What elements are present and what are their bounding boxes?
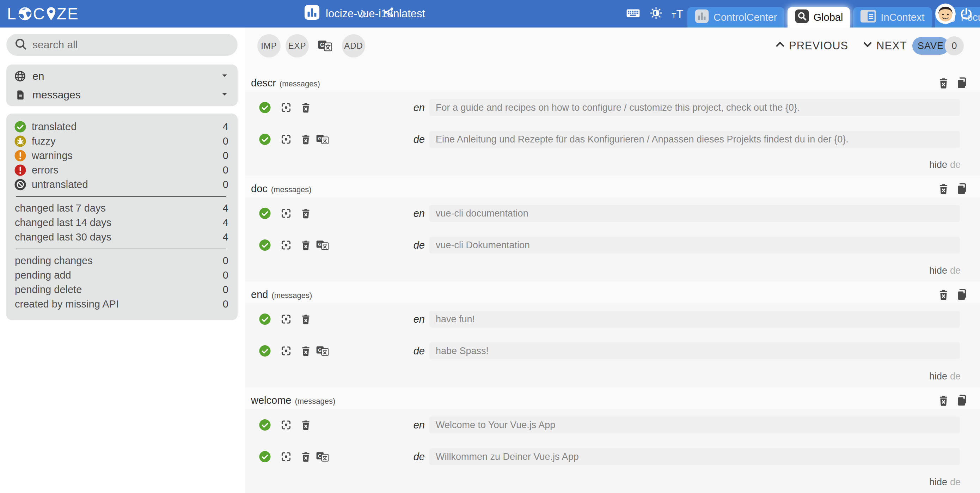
save-button[interactable]: SAVE [912,37,949,55]
focus-key-icon[interactable] [280,208,292,219]
status-translated-icon[interactable] [259,451,271,463]
delete-translation-icon[interactable] [300,452,311,462]
copy-key-icon[interactable] [956,395,968,406]
previous-button[interactable]: PREVIOUS [774,37,848,55]
focus-key-icon[interactable] [280,134,292,145]
tab-controlcenter[interactable]: ControlCenter [687,7,784,27]
chevron-down-icon [220,89,229,100]
stat-value: 4 [223,231,228,243]
user-avatar[interactable] [935,3,956,24]
language-selector[interactable]: en [6,67,238,85]
locize-logo[interactable]: L C ZE [7,0,79,27]
search-input[interactable]: search all [6,34,238,56]
copy-key-icon[interactable] [956,289,968,300]
stat-row-untranslated[interactable]: untranslated0 [14,177,228,192]
warning-circle-icon [14,150,32,162]
focus-key-icon[interactable] [280,239,292,251]
stat-row-translated[interactable]: translated4 [14,120,228,134]
stat-row-pending-add[interactable]: pending add0 [14,268,228,282]
stat-row-pending-changes[interactable]: pending changes0 [14,254,228,268]
focus-key-icon[interactable] [280,102,292,113]
focus-key-icon[interactable] [280,451,292,463]
export-button[interactable]: EXP [286,34,309,57]
version-selector[interactable]: latest [383,0,425,27]
delete-key-icon[interactable] [938,77,949,89]
tab-global[interactable]: Global [788,7,850,27]
file-icon [14,89,32,100]
logo-text-l: L [7,4,17,23]
delete-translation-icon[interactable] [300,240,311,251]
stat-row-errors[interactable]: errors0 [14,163,228,177]
machine-translate-icon[interactable]: G [316,345,329,357]
copy-key-icon[interactable] [956,183,968,195]
hide-language-link[interactable]: hidede [929,160,961,170]
hide-language-link[interactable]: hidede [929,371,961,382]
translation-input[interactable]: have fun! [430,311,960,328]
import-button[interactable]: IMP [257,34,281,57]
text-size-icon[interactable]: TT [671,8,684,20]
chevron-right-icon [358,8,369,21]
brightness-icon[interactable] [650,7,662,21]
add-key-button[interactable]: ADD [342,34,365,57]
delete-translation-icon[interactable] [300,134,311,145]
status-translated-icon[interactable] [259,207,271,220]
machine-translate-icon[interactable]: G [318,39,332,54]
status-translated-icon[interactable] [259,239,271,251]
translation-row-de: Gdehabe Spass! [245,342,980,359]
status-translated-icon[interactable] [259,133,271,146]
status-translated-icon[interactable] [259,419,271,431]
chevron-down-icon [862,38,873,53]
machine-translate-icon[interactable]: G [316,451,329,463]
delete-translation-icon[interactable] [300,102,311,113]
stat-label: untranslated [32,179,223,190]
focus-key-icon[interactable] [280,419,292,431]
hide-language-link[interactable]: hidede [929,477,961,488]
status-translated-icon[interactable] [259,313,271,325]
status-translated-icon[interactable] [259,345,271,357]
bar-chart-icon [694,9,709,26]
status-translated-icon[interactable] [259,102,271,114]
focus-key-icon[interactable] [280,345,292,357]
copy-key-icon[interactable] [956,77,968,89]
machine-translate-icon[interactable]: G [316,134,329,145]
machine-translate-icon[interactable]: G [316,239,329,251]
stat-row-created-by-missing-API[interactable]: created by missing API0 [14,297,228,311]
delete-key-icon[interactable] [938,183,949,195]
stat-row-changed-last-14-days[interactable]: changed last 14 days4 [14,215,228,230]
stat-row-pending-delete[interactable]: pending delete0 [14,282,228,297]
group-key: end [251,289,268,300]
delete-key-icon[interactable] [938,289,949,300]
save-count-badge[interactable]: 0 [945,36,964,55]
logout-power-icon[interactable] [959,7,973,22]
translation-input[interactable]: habe Spass! [430,342,960,359]
stat-row-fuzzy[interactable]: fuzzy0 [14,134,228,148]
translation-input[interactable]: vue-cli documentation [430,205,960,222]
delete-translation-icon[interactable] [300,208,311,219]
next-label: NEXT [877,40,907,52]
hide-language-link[interactable]: hidede [929,265,961,276]
stat-row-changed-last-30-days[interactable]: changed last 30 days4 [14,230,228,244]
translation-input[interactable]: Welcome to Your Vue.js App [430,416,960,433]
translation-input[interactable]: For a guide and recipes on how to config… [430,99,960,116]
stat-row-warnings[interactable]: warnings0 [14,148,228,163]
sidebar: search all en messages translated4fuzzy0… [0,27,245,493]
translation-input[interactable]: Eine Anleitung und Rezepte für das Konfi… [430,131,960,148]
delete-translation-icon[interactable] [300,420,311,431]
namespace-selector[interactable]: messages [6,85,238,104]
stat-value: 0 [223,270,228,281]
stat-value: 0 [223,179,228,190]
delete-translation-icon[interactable] [300,346,311,357]
delete-translation-icon[interactable] [300,314,311,325]
next-button[interactable]: NEXT [862,37,907,55]
delete-key-icon[interactable] [938,395,949,406]
focus-key-icon[interactable] [280,314,292,325]
bar-chart-icon [304,4,320,23]
keyboard-icon[interactable] [626,6,641,22]
group-header: descr(messages) [245,74,980,92]
tab-incontext[interactable]: InContext [853,7,931,27]
translation-input[interactable]: vue-cli Dokumentation [430,237,960,254]
translation-group-end: end(messages)enhave fun!Gdehabe Spass!hi… [245,286,980,387]
stat-row-changed-last-7-days[interactable]: changed last 7 days4 [14,201,228,215]
header-utility-icons: TT [626,0,684,27]
translation-input[interactable]: Willkommen zu Deiner Vue.js App [430,448,960,465]
